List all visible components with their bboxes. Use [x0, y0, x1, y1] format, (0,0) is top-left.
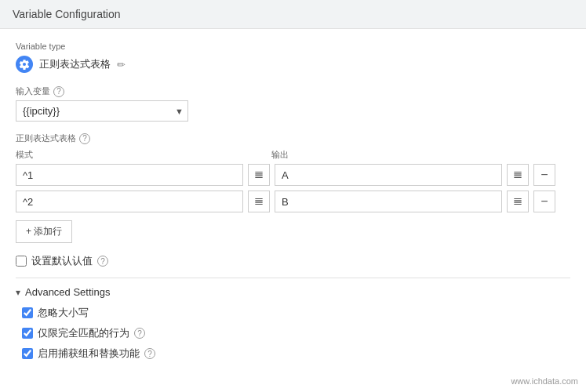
default-value-help-icon[interactable]: ?: [97, 256, 108, 267]
pattern-input-1[interactable]: [16, 164, 243, 186]
list-item: 启用捕获组和替换功能 ?: [22, 347, 570, 361]
advanced-settings-section: ▾ Advanced Settings 忽略大小写 仅限完全匹配的行为 ?: [16, 286, 570, 361]
regex-section-label: 正则表达式表格 ?: [16, 132, 570, 144]
input-variable-select-wrapper: {{ipcity}} ▼: [16, 100, 188, 122]
watermark: www.ichdata.com: [511, 376, 578, 386]
title-bar: Variable Configuration: [0, 0, 586, 29]
gear-icon: [16, 56, 33, 73]
variable-type-row: 正则表达式表格 ✏: [16, 56, 570, 73]
content-area: Variable type 正则表达式表格 ✏ 输入变量 ? {{ipcity}…: [0, 29, 586, 379]
table-row: −: [16, 164, 570, 186]
chevron-down-icon: ▾: [16, 287, 20, 298]
gear-svg-icon: [19, 59, 30, 70]
regex-table: − −: [16, 164, 570, 212]
section-divider: [16, 278, 570, 278]
pattern-table-icon-1[interactable]: [248, 164, 270, 186]
advanced-checkbox-1[interactable]: [22, 307, 33, 318]
advanced-checkbox-3[interactable]: [22, 348, 33, 359]
pattern-col-label: 模式: [16, 149, 259, 161]
table-row: −: [16, 191, 570, 212]
regex-help-icon[interactable]: ?: [79, 133, 90, 144]
variable-type-section: Variable type 正则表达式表格 ✏: [16, 42, 570, 73]
default-value-label: 设置默认认值: [31, 254, 93, 268]
pattern-table-icon-2[interactable]: [248, 191, 270, 212]
variable-type-label: Variable type: [16, 42, 570, 51]
advanced-options-list: 忽略大小写 仅限完全匹配的行为 ? 启用捕获组和替换功能 ?: [16, 306, 570, 361]
variable-type-name: 正则表达式表格: [39, 57, 111, 71]
output-input-1[interactable]: [275, 164, 502, 186]
table-svg-icon-out: [512, 169, 523, 180]
input-variable-section: 输入变量 ? {{ipcity}} ▼: [16, 85, 570, 122]
add-row-button[interactable]: + 添加行: [16, 220, 72, 243]
edit-icon[interactable]: ✏: [117, 59, 126, 71]
output-col-label: 输出: [271, 149, 515, 161]
output-input-2[interactable]: [275, 191, 502, 212]
advanced-option-1-label: 忽略大小写: [38, 306, 89, 320]
table-svg-icon-out-2: [512, 196, 523, 207]
default-value-row: 设置默认认值 ?: [16, 254, 570, 268]
input-variable-label: 输入变量 ?: [16, 85, 570, 97]
list-item: 忽略大小写: [22, 306, 570, 320]
input-variable-select[interactable]: {{ipcity}}: [16, 100, 188, 122]
table-svg-icon: [253, 169, 264, 180]
pattern-input-2[interactable]: [16, 191, 243, 212]
page-container: Variable Configuration Variable type 正则表…: [0, 0, 586, 379]
output-table-icon-2[interactable]: [507, 191, 529, 212]
advanced-checkbox-2[interactable]: [22, 328, 33, 339]
default-value-checkbox[interactable]: [16, 256, 27, 267]
page-title: Variable Configuration: [13, 8, 121, 20]
output-table-icon-1[interactable]: [507, 164, 529, 186]
remove-row-2-button[interactable]: −: [533, 191, 555, 212]
advanced-option-3-label: 启用捕获组和替换功能: [38, 347, 140, 361]
regex-column-headers: 模式 输出: [16, 149, 570, 161]
advanced-option-2-label: 仅限完全匹配的行为: [38, 326, 129, 340]
remove-row-1-button[interactable]: −: [533, 164, 555, 186]
advanced-settings-toggle[interactable]: ▾ Advanced Settings: [16, 286, 570, 298]
input-variable-help-icon[interactable]: ?: [53, 86, 64, 97]
advanced-option-3-help-icon[interactable]: ?: [144, 348, 155, 359]
table-svg-icon-2: [253, 196, 264, 207]
advanced-settings-title: Advanced Settings: [25, 286, 110, 298]
advanced-option-2-help-icon[interactable]: ?: [134, 328, 145, 339]
list-item: 仅限完全匹配的行为 ?: [22, 326, 570, 340]
